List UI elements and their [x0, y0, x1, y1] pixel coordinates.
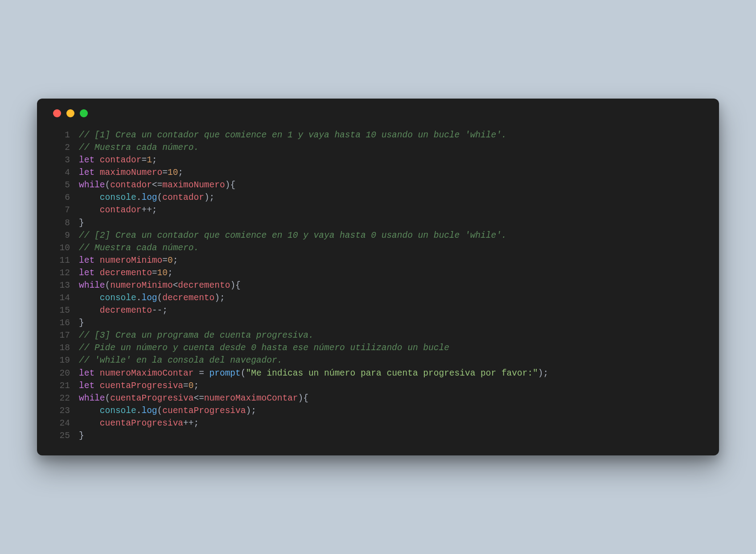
line-number: 7: [50, 204, 70, 216]
code-token: console: [100, 293, 136, 303]
code-token: );: [214, 293, 225, 303]
code-token: decremento: [178, 281, 230, 290]
code-token: log: [141, 293, 157, 303]
code-token: while: [79, 180, 105, 190]
code-token: ){: [298, 393, 308, 403]
line-number: 18: [50, 342, 70, 354]
code-line: 23 console.log(cuentaProgresiva);: [50, 405, 706, 417]
close-icon[interactable]: [53, 109, 61, 117]
code-token: cuentaProgresiva: [110, 393, 193, 403]
code-token: (: [157, 293, 163, 303]
code-token: // [2] Crea un contador que comience en …: [79, 231, 507, 240]
code-token: }: [79, 431, 84, 441]
code-content: }: [79, 317, 706, 329]
code-content: let numeroMinimo=0;: [79, 254, 706, 267]
code-token: cuentaProgresiva: [100, 381, 183, 391]
code-content: }: [79, 430, 706, 442]
code-token: maximoNumero: [162, 180, 225, 190]
code-content: let numeroMaximoContar = prompt("Me indi…: [79, 367, 706, 380]
code-line: 2// Muestra cada número.: [50, 141, 706, 154]
line-number: 25: [50, 430, 70, 442]
code-line: 12let decremento=10;: [50, 267, 706, 279]
code-content: // Pide un número y cuenta desde 0 hasta…: [79, 342, 706, 354]
code-line: 19// 'while' en la consola del navegador…: [50, 354, 706, 367]
code-token: let: [79, 381, 94, 391]
line-number: 3: [50, 154, 70, 166]
code-token: (: [105, 393, 111, 403]
code-line: 4let maximoNumero=10;: [50, 166, 706, 179]
line-number: 11: [50, 254, 70, 267]
code-token: // Muestra cada número.: [79, 143, 199, 153]
line-number: 16: [50, 317, 70, 329]
code-token: );: [204, 193, 214, 203]
code-token: decremento: [100, 268, 152, 278]
code-token: ;: [152, 155, 157, 165]
maximize-icon[interactable]: [80, 109, 88, 117]
line-number: 9: [50, 229, 70, 242]
code-token: let: [79, 368, 94, 378]
code-token: log: [141, 193, 157, 203]
code-token: while: [79, 393, 105, 403]
code-token: [79, 306, 100, 315]
code-token: =: [141, 155, 147, 165]
code-token: decremento: [100, 306, 152, 315]
code-line: 18// Pide un número y cuenta desde 0 has…: [50, 342, 706, 354]
code-token: =: [162, 256, 168, 265]
code-line: 11let numeroMinimo=0;: [50, 254, 706, 267]
code-token: ;: [178, 168, 183, 178]
code-token: <=: [193, 393, 204, 403]
code-token: 0: [189, 381, 194, 391]
code-token: [94, 256, 100, 265]
code-line: 21let cuentaProgresiva=0;: [50, 380, 706, 392]
code-token: // [1] Crea un contador que comience en …: [79, 130, 507, 140]
line-number: 1: [50, 129, 70, 141]
code-line: 15 decremento--;: [50, 304, 706, 317]
code-token: prompt: [210, 368, 241, 378]
code-content: // Muestra cada número.: [79, 242, 706, 254]
code-token: =: [152, 268, 157, 278]
code-line: 8}: [50, 217, 706, 229]
code-line: 7 contador++;: [50, 204, 706, 216]
code-token: [94, 168, 100, 178]
code-line: 25}: [50, 430, 706, 442]
code-line: 1// [1] Crea un contador que comience en…: [50, 129, 706, 141]
code-token: [94, 368, 100, 378]
code-token: decremento: [162, 293, 214, 303]
code-line: 9// [2] Crea un contador que comience en…: [50, 229, 706, 242]
code-content: // [3] Crea un programa de cuenta progre…: [79, 329, 706, 342]
line-number: 21: [50, 380, 70, 392]
line-number: 6: [50, 191, 70, 204]
code-token: (: [157, 406, 163, 416]
code-token: }: [79, 218, 84, 228]
code-token: [79, 205, 100, 215]
code-token: [79, 193, 100, 203]
code-content: while(contador<=maximoNumero){: [79, 179, 706, 191]
code-content: }: [79, 217, 706, 229]
code-token: [79, 293, 100, 303]
code-token: );: [538, 368, 548, 378]
code-token: console: [100, 406, 136, 416]
code-token: );: [246, 406, 256, 416]
line-number: 24: [50, 417, 70, 430]
code-content: decremento--;: [79, 304, 706, 317]
code-token: --;: [152, 306, 168, 315]
code-token: cuentaProgresiva: [100, 418, 183, 428]
line-number: 23: [50, 405, 70, 417]
line-number: 4: [50, 166, 70, 179]
code-line: 6 console.log(contador);: [50, 191, 706, 204]
code-token: (: [105, 281, 111, 290]
line-number: 15: [50, 304, 70, 317]
code-token: [94, 155, 100, 165]
code-token: ++;: [183, 418, 199, 428]
code-editor[interactable]: 1// [1] Crea un contador que comience en…: [50, 129, 706, 442]
code-token: [79, 406, 100, 416]
code-content: contador++;: [79, 204, 706, 216]
code-token: log: [141, 406, 157, 416]
window-titlebar: [50, 109, 706, 117]
code-token: // Muestra cada número.: [79, 243, 199, 253]
code-token: ;: [173, 256, 178, 265]
code-token: 0: [168, 256, 173, 265]
code-token: [79, 418, 100, 428]
code-content: // [2] Crea un contador que comience en …: [79, 229, 706, 242]
minimize-icon[interactable]: [66, 109, 74, 117]
